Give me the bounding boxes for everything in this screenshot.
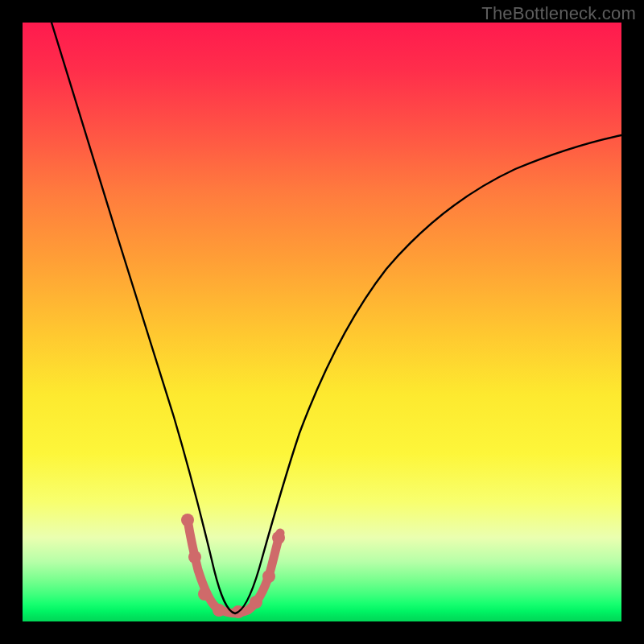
marker-node [262, 570, 275, 583]
marker-node [213, 604, 225, 617]
marker-node [250, 596, 262, 609]
watermark-text: TheBottleneck.com [481, 3, 636, 24]
curve-path [52, 23, 621, 613]
bottleneck-curve [23, 23, 621, 621]
plot-area [23, 23, 621, 621]
marker-node [198, 588, 211, 601]
chart-frame: TheBottleneck.com [0, 0, 644, 644]
marker-node [272, 531, 285, 544]
marker-node [181, 514, 194, 526]
marker-node [188, 551, 201, 564]
